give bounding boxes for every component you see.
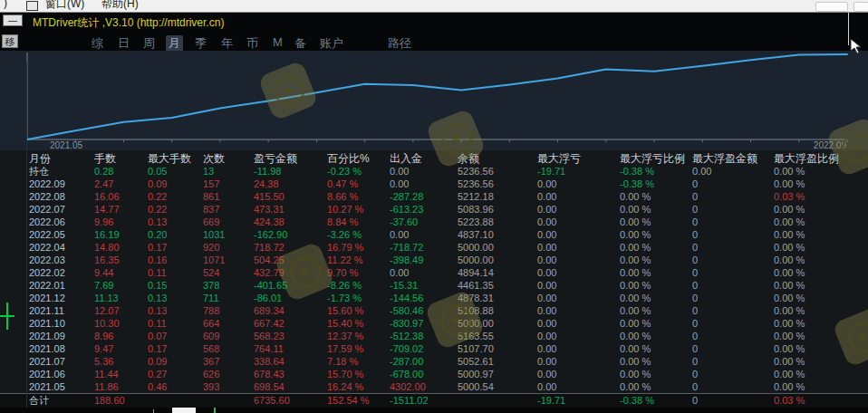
menu-item-1[interactable]: 综 xyxy=(89,35,106,52)
cell: 0 xyxy=(692,342,698,355)
cell: 0.00 xyxy=(537,342,556,355)
menu-item-7[interactable]: 币 xyxy=(244,35,261,52)
cell: 0 xyxy=(692,190,698,203)
table-row[interactable]: 2021.098.960.07609568.2312.37 %-512.3851… xyxy=(0,330,868,342)
parent-menubar: ) 窗口(W)帮助(H) xyxy=(0,0,868,13)
cell: 15.70 % xyxy=(327,368,363,380)
equity-chart: 2021.05 2022.09 xyxy=(0,51,868,150)
cell: 0.27 xyxy=(148,368,167,380)
cell: 0.00 % xyxy=(620,317,651,330)
cell: 0.00 xyxy=(537,292,556,304)
row-month: 2021.08 xyxy=(29,342,65,355)
table-row[interactable]: 2022.069.960.13669424.388.84 %-37.605223… xyxy=(0,216,868,228)
cell: -3.26 % xyxy=(327,228,362,241)
table-row[interactable]: 2021.1010.300.11664667.4215.40 %-830.975… xyxy=(0,317,868,330)
x-axis-label-start: 2021.05 xyxy=(50,140,82,150)
menu-item-8[interactable]: M xyxy=(270,35,285,49)
scroll-thumb[interactable] xyxy=(172,408,196,413)
cell: 6735.60 xyxy=(254,394,290,407)
table-row[interactable]: 2022.0816.060.22861415.508.66 %-287.2852… xyxy=(0,190,868,203)
cell: 5083.96 xyxy=(458,203,494,216)
table-row[interactable]: 2021.0611.440.27626678.4315.70 %-678.005… xyxy=(0,368,868,380)
cell: 1031 xyxy=(203,228,225,241)
table-row[interactable]: 2022.0414.800.17920718.7216.79 %-718.725… xyxy=(0,241,868,254)
cell: 0.00 % xyxy=(620,380,651,393)
cell: -613.23 xyxy=(390,203,423,216)
minimize-button[interactable]: — xyxy=(3,14,23,26)
cell: 0.00 xyxy=(537,228,556,241)
cell: 473.31 xyxy=(254,203,285,216)
cell: 11.13 xyxy=(94,292,119,304)
window-title: MTDriver统计 ,V3.10 (http://mtdriver.cn) xyxy=(33,15,224,31)
cell: 0.09 xyxy=(148,355,167,368)
table-row[interactable]: 2021.0511.860.46393698.5416.24 %4302.005… xyxy=(0,380,868,393)
window-edge-line xyxy=(848,13,849,45)
table-row[interactable]: 2022.0316.350.161071504.2511.22 %-398.49… xyxy=(0,254,868,266)
cell: 7.18 % xyxy=(327,355,358,368)
screen: { "parent_menubar": { "items": [ {"label… xyxy=(0,0,868,413)
cell: 0.28 xyxy=(94,165,113,178)
menu-item-6[interactable]: 年 xyxy=(218,35,236,52)
table-header-row: 月份手数最大手数次数盈亏金额百分比%出入金余额最大浮亏最大浮亏比例最大浮盈金额最… xyxy=(0,152,868,165)
menu-item-3[interactable]: 周 xyxy=(140,35,158,52)
cell: 0.00 % xyxy=(774,368,805,380)
row-month: 2022.08 xyxy=(29,190,65,203)
cell: -678.00 xyxy=(390,368,423,380)
table-row[interactable]: 2021.075.360.09367338.647.18 %-287.00505… xyxy=(0,355,868,368)
table-row[interactable]: 2022.0714.770.22837473.3110.27 %-613.235… xyxy=(0,203,868,216)
cell: -287.00 xyxy=(390,355,423,368)
table-row[interactable]: 2022.0516.190.201031-162.90-3.26 %0.0048… xyxy=(0,228,868,241)
menu-item-4[interactable]: 月 xyxy=(166,35,183,52)
cell: 393 xyxy=(203,380,219,393)
menu-item-5[interactable]: 季 xyxy=(192,35,209,52)
menu-item-10[interactable]: 账户 xyxy=(317,35,346,52)
cell: 568 xyxy=(203,342,219,355)
cell: 11.86 xyxy=(94,380,119,393)
cell: 0.00 % xyxy=(774,355,805,368)
cell: 5236.56 xyxy=(458,178,494,190)
cell: 0 xyxy=(692,216,698,228)
parent-menu-item-1[interactable]: 窗口(W) xyxy=(45,0,84,12)
table-row[interactable]: 2021.1211.130.13711-86.01-1.73 %-144.564… xyxy=(0,292,868,304)
table-row[interactable]: 2021.089.470.17568764.1117.59 %-709.0251… xyxy=(0,342,868,355)
parent-menu-item-2[interactable]: 帮助(H) xyxy=(101,0,139,12)
cell: 0.22 xyxy=(148,203,167,216)
cell: -15.31 xyxy=(390,279,418,292)
row-month: 合计 xyxy=(29,394,49,407)
side-button-1[interactable]: 移 xyxy=(2,34,18,48)
total-row[interactable]: 合计188.606735.60152.54 %-1511.02-19.71-0.… xyxy=(0,393,868,408)
cell: 188.60 xyxy=(94,394,125,407)
bottom-scroll-strip xyxy=(0,408,868,413)
cell: 0.00 xyxy=(537,279,556,292)
cell: -8.26 % xyxy=(327,279,362,292)
parent-toolbar-button[interactable] xyxy=(815,2,848,12)
column-header-11: 最大浮盈金额 xyxy=(692,152,757,165)
table-row[interactable]: 2021.1112.070.13788689.3415.60 %-580.465… xyxy=(0,304,868,317)
cell: 0.00 % xyxy=(774,342,805,355)
cell: 5052.61 xyxy=(458,355,494,368)
cell: 0.13 xyxy=(148,304,167,317)
menu-item-11[interactable]: 路径 xyxy=(385,35,414,52)
table-row[interactable]: 2022.017.690.15378-401.65-8.26 %-15.3144… xyxy=(0,279,868,292)
menu-item-9[interactable]: 备 xyxy=(292,35,309,52)
cell: 12.07 xyxy=(94,304,120,317)
column-header-3: 最大手数 xyxy=(148,152,191,165)
table-row[interactable]: 2022.029.440.11524432.799.70 %0.004894.1… xyxy=(0,266,868,279)
table-row[interactable]: 持仓0.280.0513-11.98-0.23 %0.005236.56-19.… xyxy=(0,165,868,178)
cell: 0.13 xyxy=(148,216,167,228)
title-bar: — MTDriver统计 ,V3.10 (http://mtdriver.cn) xyxy=(0,13,868,33)
equity-curve-svg xyxy=(0,51,868,150)
cell: 5000.00 xyxy=(458,254,494,266)
cell: 0.00 % xyxy=(620,304,651,317)
cell: 0.00 xyxy=(390,228,409,241)
row-month: 2021.07 xyxy=(29,355,65,368)
cell: 0 xyxy=(692,178,698,190)
parent-toolbar-button-2[interactable] xyxy=(854,2,868,12)
monthly-stats-table: 月份手数最大手数次数盈亏金额百分比%出入金余额最大浮亏最大浮亏比例最大浮盈金额最… xyxy=(0,150,868,413)
cell: 0.03 % xyxy=(774,190,805,203)
table-row[interactable]: 2022.092.470.0915724.380.47 %0.005236.56… xyxy=(0,178,868,190)
menu-item-2[interactable]: 日 xyxy=(115,35,132,52)
cell: 0.00 % xyxy=(774,279,805,292)
cell: 0.05 xyxy=(148,165,167,178)
cell: 0.00 % xyxy=(620,203,651,216)
